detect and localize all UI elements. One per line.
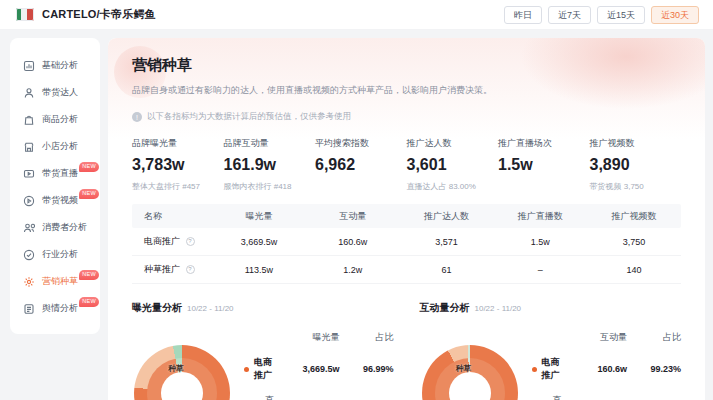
bag-icon — [23, 114, 35, 126]
stat-sub: 直播达人占 83.00% — [407, 181, 499, 192]
stat-sub: 整体大盘排行 #457 — [132, 181, 224, 192]
page-title: 营销种草 — [132, 56, 681, 75]
sidebar-item-consumer-analysis[interactable]: 消费者分析 — [10, 214, 100, 241]
new-badge: NEW — [79, 270, 99, 280]
stat-promo-influencers: 推广达人数 3,601 直播达人占 83.00% — [407, 137, 499, 192]
row-name: 种草推广 ? — [132, 263, 212, 276]
sidebar-item-label: 小店分析 — [42, 140, 78, 153]
exposure-legend: 曝光量 占比 电商推广 3,669.5w 96.99% 直播电商 2,907.2… — [244, 321, 394, 400]
col-header-exposure: 曝光量 — [212, 210, 306, 223]
legend-row-ecommerce[interactable]: 电商推广 160.6w 99.23% — [532, 356, 682, 382]
table-row: 电商推广 ? 3,669.5w 160.6w 3,571 1.5w 3,750 — [132, 228, 681, 256]
legend-row-live-ecommerce[interactable]: 直播电商 149.6w 92.40% — [532, 394, 682, 400]
period-selector: 昨日 近7天 近15天 近30天 — [504, 6, 699, 24]
seeding-icon — [23, 276, 35, 288]
stat-value: 3,601 — [407, 156, 499, 174]
legend-pct-header: 占比 — [627, 331, 681, 344]
cell: 3,571 — [400, 237, 494, 247]
legend-name: 电商推广 — [254, 356, 276, 382]
sidebar-item-basic-analysis[interactable]: 基础分析 — [10, 52, 100, 79]
stat-avg-search-index: 平均搜索指数 6,962 — [315, 137, 407, 192]
stat-value: 6,962 — [315, 156, 407, 174]
sidebar-item-label: 基础分析 — [42, 59, 78, 72]
consumers-icon — [23, 222, 35, 234]
legend-name: 电商推广 — [542, 356, 564, 382]
legend-dot — [532, 367, 537, 372]
legend-row-live-ecommerce[interactable]: 直播电商 2,907.2w 76.84% — [244, 394, 394, 400]
engagement-donut-chart[interactable]: 种草 — [420, 321, 532, 400]
sentiment-icon — [23, 303, 35, 315]
page-description: 品牌自身或通过有影响力的达人，使用直播或视频的方式种草产品，以影响用户消费决策。 — [132, 84, 681, 97]
cell: 3,669.5w — [212, 237, 306, 247]
brand-name: CARTELO/卡帝乐鳄鱼 — [42, 7, 156, 22]
sidebar-item-industry-analysis[interactable]: 行业分析 — [10, 241, 100, 268]
stat-label: 推广直播场次 — [498, 137, 590, 150]
stat-label: 品牌互动量 — [224, 137, 316, 150]
col-header-engagement: 互动量 — [306, 210, 400, 223]
stat-sub — [498, 181, 590, 191]
sidebar-item-product-analysis[interactable]: 商品分析 — [10, 106, 100, 133]
row-name-label: 电商推广 — [144, 236, 180, 246]
kpi-stats-row: 品牌曝光量 3,783w 整体大盘排行 #457 品牌互动量 161.9w 服饰… — [132, 137, 681, 192]
sidebar-item-sentiment-analysis[interactable]: 舆情分析 NEW — [10, 295, 100, 322]
sidebar-item-label: 营销种草 — [42, 275, 78, 288]
sidebar-item-live-commerce[interactable]: 带货直播 NEW — [10, 160, 100, 187]
stat-brand-exposure: 品牌曝光量 3,783w 整体大盘排行 #457 — [132, 137, 224, 192]
sidebar-item-marketing-seeding[interactable]: 营销种草 NEW — [10, 268, 100, 295]
cell: 1.2w — [306, 265, 400, 275]
cell: 61 — [400, 265, 494, 275]
sidebar-item-influencers[interactable]: 带货达人 — [10, 79, 100, 106]
legend-value-header: 曝光量 — [276, 331, 340, 344]
stat-value: 1.5w — [498, 156, 590, 174]
help-icon[interactable]: ? — [186, 237, 195, 246]
help-icon[interactable]: ? — [186, 265, 195, 274]
period-button-7d[interactable]: 近7天 — [548, 6, 591, 24]
stat-label: 推广达人数 — [407, 137, 499, 150]
col-header-videos: 推广视频数 — [587, 210, 681, 223]
engagement-analysis-chart: 互动量分析 10/22 - 11/20 种草 互动量 占比 — [420, 301, 682, 400]
legend-row-ecommerce[interactable]: 电商推广 3,669.5w 96.99% — [244, 356, 394, 382]
donut-slice-label: 种草 — [168, 363, 184, 374]
brand: CARTELO/卡帝乐鳄鱼 — [16, 7, 156, 22]
exposure-analysis-chart: 曝光量分析 10/22 - 11/20 种草 曝光量 占比 — [132, 301, 394, 400]
col-header-influencers: 推广达人数 — [400, 210, 494, 223]
disclaimer-text: 以下各指标均为大数据计算后的预估值，仅供参考使用 — [147, 111, 351, 123]
period-button-30d[interactable]: 近30天 — [651, 6, 699, 24]
new-badge: NEW — [79, 162, 99, 172]
sidebar-item-label: 商品分析 — [42, 113, 78, 126]
exposure-donut-chart[interactable]: 种草 — [132, 321, 244, 400]
video-icon — [23, 195, 35, 207]
cell: 140 — [587, 265, 681, 275]
stat-sub: 服饰内衣排行 #418 — [224, 181, 316, 192]
sidebar-item-video-commerce[interactable]: 带货视频 NEW — [10, 187, 100, 214]
stat-value: 3,890 — [590, 156, 682, 174]
stat-label: 平均搜索指数 — [315, 137, 407, 150]
table-header-row: 名称 曝光量 互动量 推广达人数 推广直播数 推广视频数 — [132, 204, 681, 228]
period-button-yesterday[interactable]: 昨日 — [504, 6, 542, 24]
legend-pct: 99.23% — [627, 364, 681, 374]
period-button-15d[interactable]: 近15天 — [597, 6, 645, 24]
main-content: 营销种草 品牌自身或通过有影响力的达人，使用直播或视频的方式种草产品，以影响用户… — [108, 38, 705, 400]
industry-icon — [23, 249, 35, 261]
sidebar: 基础分析 带货达人 商品分析 小店分析 带货直播 NEW 带货视频 NEW 消费… — [10, 38, 100, 334]
info-icon: ! — [132, 112, 142, 122]
person-icon — [23, 87, 35, 99]
chart-icon — [23, 60, 35, 72]
chart-date-range: 10/22 - 11/20 — [475, 304, 522, 313]
stat-value: 161.9w — [224, 156, 316, 174]
sidebar-item-label: 带货直播 — [42, 167, 78, 180]
row-name-label: 种草推广 — [144, 264, 180, 274]
sidebar-item-label: 带货视频 — [42, 194, 78, 207]
sidebar-item-shop-analysis[interactable]: 小店分析 — [10, 133, 100, 160]
top-bar: CARTELO/卡帝乐鳄鱼 昨日 近7天 近15天 近30天 — [0, 0, 713, 30]
new-badge: NEW — [79, 189, 99, 199]
legend-value-header: 互动量 — [563, 331, 627, 344]
stat-label: 推广视频数 — [590, 137, 682, 150]
legend-name: 直播电商 — [265, 394, 276, 400]
legend-pct-header: 占比 — [340, 331, 394, 344]
sidebar-item-label: 消费者分析 — [42, 221, 87, 234]
stat-promo-livestreams: 推广直播场次 1.5w — [498, 137, 590, 192]
legend-value: 160.6w — [563, 364, 627, 374]
row-name: 电商推广 ? — [132, 235, 212, 248]
promotion-table: 名称 曝光量 互动量 推广达人数 推广直播数 推广视频数 电商推广 ? 3,66… — [132, 204, 681, 284]
